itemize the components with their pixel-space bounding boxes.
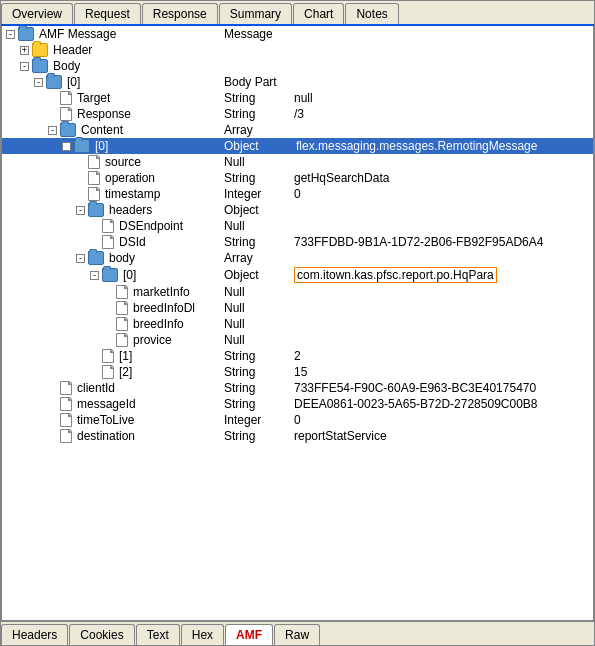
file-icon	[60, 91, 72, 105]
node-type: String	[222, 106, 292, 122]
node-label-text: messageId	[77, 397, 136, 411]
table-row[interactable]: timeToLiveInteger0	[2, 412, 593, 428]
file-icon	[88, 171, 100, 185]
tab-overview[interactable]: Overview	[1, 3, 73, 24]
tab-amf[interactable]: AMF	[225, 624, 273, 645]
node-type: Array	[222, 250, 292, 266]
table-row[interactable]: [1]String2	[2, 348, 593, 364]
file-icon	[60, 413, 72, 427]
node-label-text: Content	[81, 123, 123, 137]
table-row[interactable]: DSEndpointNull	[2, 218, 593, 234]
node-value	[292, 26, 593, 42]
node-label-text: [0]	[123, 268, 136, 282]
collapse-btn[interactable]: -	[90, 271, 99, 280]
table-row[interactable]: -bodyArray	[2, 250, 593, 266]
node-label-text: breedInfo	[133, 317, 184, 331]
table-row[interactable]: [2]String15	[2, 364, 593, 380]
table-row[interactable]: operationStringgetHqSearchData	[2, 170, 593, 186]
tab-chart[interactable]: Chart	[293, 3, 344, 24]
node-label-text: breedInfoDl	[133, 301, 195, 315]
collapse-btn[interactable]: -	[20, 62, 29, 71]
table-row[interactable]: ResponseString/3	[2, 106, 593, 122]
collapse-btn[interactable]: -	[62, 142, 71, 151]
tab-raw[interactable]: Raw	[274, 624, 320, 645]
node-value: 0	[292, 412, 593, 428]
node-value	[292, 284, 593, 300]
node-value	[292, 74, 593, 90]
node-label-text: DSId	[119, 235, 146, 249]
table-row[interactable]: breedInfoDlNull	[2, 300, 593, 316]
node-label-text: timestamp	[105, 187, 160, 201]
table-row[interactable]: -[0]Objectcom.itown.kas.pfsc.report.po.H…	[2, 266, 593, 284]
collapse-btn[interactable]: -	[6, 30, 15, 39]
node-type: Array	[222, 122, 292, 138]
table-row[interactable]: TargetStringnull	[2, 90, 593, 106]
collapse-btn[interactable]: -	[48, 126, 57, 135]
tab-cookies[interactable]: Cookies	[69, 624, 134, 645]
tab-notes[interactable]: Notes	[345, 3, 398, 24]
node-label-text: provice	[133, 333, 172, 347]
file-icon	[88, 187, 100, 201]
tree-node-name: timeToLive	[2, 412, 222, 428]
tree-node-name: DSId	[2, 234, 222, 250]
node-value	[292, 154, 593, 170]
node-value: com.itown.kas.pfsc.report.po.HqPara	[292, 266, 593, 284]
table-row[interactable]: messageIdStringDEEA0861-0023-5A65-B72D-2…	[2, 396, 593, 412]
table-row[interactable]: breedInfoNull	[2, 316, 593, 332]
table-row[interactable]: -AMF MessageMessage	[2, 26, 593, 42]
node-type: String	[222, 170, 292, 186]
node-type: Null	[222, 300, 292, 316]
node-type: String	[222, 380, 292, 396]
node-type: Integer	[222, 186, 292, 202]
tab-response[interactable]: Response	[142, 3, 218, 24]
table-row[interactable]: -Body	[2, 58, 593, 74]
tab-headers[interactable]: Headers	[1, 624, 68, 645]
node-label-text: AMF Message	[39, 27, 116, 41]
file-icon	[102, 365, 114, 379]
main-container: Overview Request Response Summary Chart …	[0, 0, 595, 646]
tree-node-name: Target	[2, 90, 222, 106]
collapse-btn[interactable]: -	[76, 254, 85, 263]
table-row[interactable]: DSIdString733FFDBD-9B1A-1D72-2B06-FB92F9…	[2, 234, 593, 250]
table-row[interactable]: marketInfoNull	[2, 284, 593, 300]
node-type: Object	[222, 202, 292, 218]
table-row[interactable]: -[0]Body Part	[2, 74, 593, 90]
tab-summary[interactable]: Summary	[219, 3, 292, 24]
folder-blue-icon	[18, 27, 34, 41]
folder-icon	[32, 43, 48, 57]
folder-blue-icon	[60, 123, 76, 137]
highlighted-value-text: com.itown.kas.pfsc.report.po.HqPara	[294, 267, 497, 283]
table-row[interactable]: destinationStringreportStatService	[2, 428, 593, 444]
table-row[interactable]: -ContentArray	[2, 122, 593, 138]
table-row[interactable]: -headersObject	[2, 202, 593, 218]
tree-node-name: timestamp	[2, 186, 222, 202]
node-value: DEEA0861-0023-5A65-B72D-2728509C00B8	[292, 396, 593, 412]
file-icon	[116, 317, 128, 331]
content-area[interactable]: -AMF MessageMessage+Header-Body-[0]Body …	[1, 26, 594, 621]
table-row[interactable]: sourceNull	[2, 154, 593, 170]
node-type	[222, 58, 292, 74]
node-label-text: Response	[77, 107, 131, 121]
expand-btn[interactable]: +	[20, 46, 29, 55]
collapse-btn[interactable]: -	[34, 78, 43, 87]
file-icon	[102, 219, 114, 233]
file-icon	[88, 155, 100, 169]
node-value: null	[292, 90, 593, 106]
node-value: flex.messaging.messages.RemotingMessage	[292, 138, 593, 154]
table-row[interactable]: proviceNull	[2, 332, 593, 348]
table-row[interactable]: +Header	[2, 42, 593, 58]
table-row[interactable]: -[0]Objectflex.messaging.messages.Remoti…	[2, 138, 593, 154]
tree-node-name: -headers	[2, 202, 222, 218]
collapse-btn[interactable]: -	[76, 206, 85, 215]
node-label-text: [0]	[95, 139, 108, 153]
tree-node-name: -[0]	[2, 74, 222, 90]
tab-request[interactable]: Request	[74, 3, 141, 24]
node-value: getHqSearchData	[292, 170, 593, 186]
tab-text[interactable]: Text	[136, 624, 180, 645]
node-label-text: [0]	[67, 75, 80, 89]
tree-node-name: +Header	[2, 42, 222, 58]
table-row[interactable]: timestampInteger0	[2, 186, 593, 202]
table-row[interactable]: clientIdString733FFE54-F90C-60A9-E963-BC…	[2, 380, 593, 396]
tree-node-name: -[0]	[2, 138, 222, 154]
tab-hex[interactable]: Hex	[181, 624, 224, 645]
